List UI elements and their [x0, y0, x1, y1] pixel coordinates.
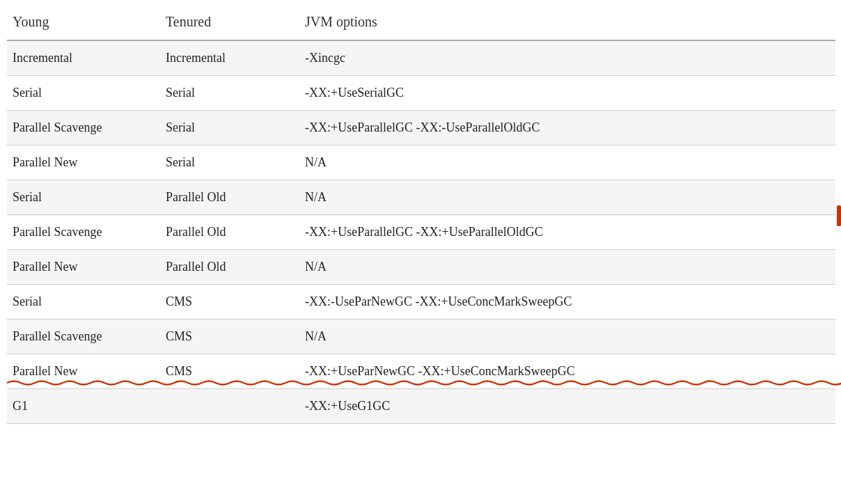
table-row: Parallel NewCMS-XX:+UseParNewGC -XX:+Use… — [7, 354, 835, 389]
side-marker — [837, 205, 841, 226]
cell-jvm: -XX:+UseParNewGC -XX:+UseConcMarkSweepGC — [299, 354, 835, 389]
header-young: Young — [7, 7, 160, 40]
cell-jvm: N/A — [299, 145, 835, 180]
table-row: SerialCMS-XX:-UseParNewGC -XX:+UseConcMa… — [7, 285, 835, 320]
table-row: Parallel ScavengeCMSN/A — [7, 320, 835, 354]
cell-young: Parallel New — [7, 145, 160, 180]
table-row: SerialParallel OldN/A — [7, 180, 835, 215]
cell-jvm: -XX:+UseParallelGC -XX:+UseParallelOldGC — [299, 215, 835, 250]
header-jvm: JVM options — [299, 7, 835, 40]
table-row: Parallel NewSerialN/A — [7, 145, 835, 180]
cell-tenured: Serial — [160, 76, 299, 111]
cell-jvm: N/A — [299, 180, 835, 215]
cell-young: G1 — [7, 389, 160, 424]
cell-tenured: Parallel Old — [160, 180, 299, 215]
cell-jvm: N/A — [299, 250, 835, 285]
cell-tenured: Parallel Old — [160, 250, 299, 285]
table-row: Parallel ScavengeSerial-XX:+UseParallelG… — [7, 111, 835, 145]
table-row: Parallel NewParallel OldN/A — [7, 250, 835, 285]
header-tenured: Tenured — [160, 7, 299, 40]
cell-tenured: CMS — [160, 285, 299, 320]
cell-jvm: -XX:+UseG1GC — [299, 389, 835, 424]
cell-young: Serial — [7, 180, 160, 215]
cell-tenured: Serial — [160, 111, 299, 145]
cell-young: Parallel Scavenge — [7, 320, 160, 354]
cell-tenured — [160, 389, 299, 424]
cell-tenured: Serial — [160, 145, 299, 180]
cell-jvm: -Xincgc — [299, 40, 835, 76]
table-row: G1-XX:+UseG1GC — [7, 389, 835, 424]
cell-young: Serial — [7, 76, 160, 111]
table-row: IncrementalIncremental-Xincgc — [7, 40, 835, 76]
cell-tenured: CMS — [160, 354, 299, 389]
cell-jvm: -XX:+UseParallelGC -XX:-UseParallelOldGC — [299, 111, 835, 145]
cell-tenured: CMS — [160, 320, 299, 354]
gc-table: Young Tenured JVM options IncrementalInc… — [7, 7, 835, 424]
table-body: IncrementalIncremental-XincgcSerialSeria… — [7, 40, 835, 424]
cell-young: Parallel New — [7, 354, 160, 389]
cell-jvm: -XX:+UseSerialGC — [299, 76, 835, 111]
cell-tenured: Incremental — [160, 40, 299, 76]
cell-jvm: -XX:-UseParNewGC -XX:+UseConcMarkSweepGC — [299, 285, 835, 320]
cell-young: Parallel New — [7, 250, 160, 285]
table-row: SerialSerial-XX:+UseSerialGC — [7, 76, 835, 111]
cell-young: Serial — [7, 285, 160, 320]
page-container: Young Tenured JVM options IncrementalInc… — [0, 0, 841, 431]
cell-young: Parallel Scavenge — [7, 215, 160, 250]
cell-jvm: N/A — [299, 320, 835, 354]
table-header-row: Young Tenured JVM options — [7, 7, 835, 40]
table-row: Parallel ScavengeParallel Old-XX:+UsePar… — [7, 215, 835, 250]
cell-tenured: Parallel Old — [160, 215, 299, 250]
cell-young: Incremental — [7, 40, 160, 76]
cell-young: Parallel Scavenge — [7, 111, 160, 145]
